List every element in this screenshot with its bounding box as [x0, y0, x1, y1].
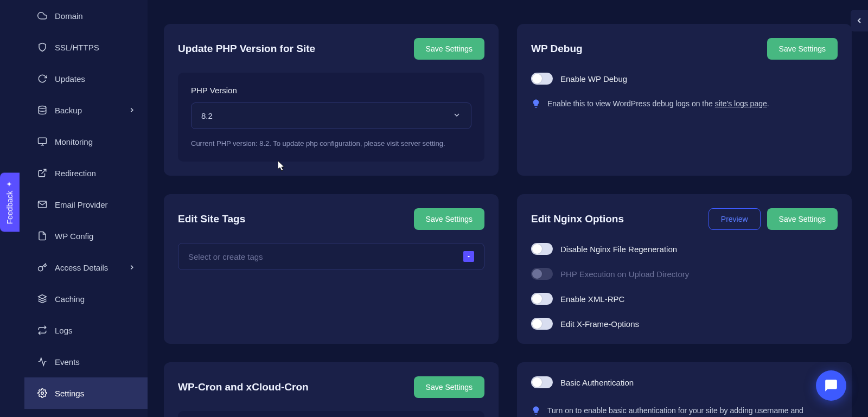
key-icon: [37, 262, 47, 272]
sidebar-item-settings[interactable]: Settings: [24, 377, 148, 409]
logs-page-link[interactable]: site's logs page: [715, 99, 767, 108]
wpdebug-toggle[interactable]: [531, 73, 553, 85]
database-icon: [37, 105, 47, 115]
toggle-label: Enable XML-RPC: [560, 294, 624, 304]
tags-input[interactable]: Select or create tags: [178, 243, 484, 270]
wp-debug-card: WP Debug Save Settings Enable WP Debug E…: [517, 24, 852, 176]
svg-rect-1: [39, 138, 47, 144]
sidebar-item-label: Monitoring: [55, 137, 93, 146]
chat-icon: [824, 378, 838, 393]
sidebar-item-label: SSL/HTTPS: [55, 43, 99, 52]
cloud-icon: [37, 11, 47, 21]
wpdebug-info-text: Enable this to view WordPress debug logs…: [547, 98, 769, 110]
wpcron-card: WP-Cron and xCloud-Cron Save Settings WP…: [164, 362, 499, 417]
save-php-button[interactable]: Save Settings: [414, 38, 484, 60]
save-tags-button[interactable]: Save Settings: [414, 208, 484, 230]
site-tags-card: Edit Site Tags Save Settings Select or c…: [164, 194, 499, 344]
toggle-label: PHP Execution on Upload Directory: [560, 270, 689, 279]
chat-button[interactable]: [816, 370, 846, 401]
svg-line-4: [42, 169, 46, 174]
sidebar-item-ssl[interactable]: SSL/HTTPS: [24, 31, 148, 63]
preview-nginx-button[interactable]: Preview: [709, 208, 761, 230]
sidebar-item-label: Events: [55, 357, 80, 367]
sidebar-item-label: Logs: [55, 326, 73, 335]
card-title: Edit Nginx Options: [531, 213, 624, 225]
php-version-value: 8.2: [201, 111, 213, 120]
feedback-tab[interactable]: Feedback: [0, 172, 20, 232]
save-nginx-button[interactable]: Save Settings: [767, 208, 838, 230]
chevron-right-icon: [127, 105, 137, 115]
sidebar-item-access[interactable]: Access Details: [24, 252, 148, 283]
chevron-left-icon: [855, 16, 864, 25]
sidebar-item-email[interactable]: Email Provider: [24, 189, 148, 220]
sidebar-item-monitoring[interactable]: Monitoring: [24, 126, 148, 157]
php-version-select[interactable]: 8.2: [191, 102, 471, 129]
caret-down-icon: [463, 251, 474, 262]
sidebar-item-label: Domain: [55, 11, 83, 21]
refresh-icon: [37, 74, 47, 84]
card-title: Edit Site Tags: [178, 213, 245, 225]
php-exec-toggle: [531, 268, 553, 280]
sidebar-item-label: Updates: [55, 74, 85, 84]
feedback-label: Feedback: [5, 191, 14, 224]
mail-icon: [37, 200, 47, 209]
lightbulb-icon: [531, 99, 541, 108]
wpdebug-toggle-label: Enable WP Debug: [560, 74, 627, 84]
sidebar-item-label: Redirection: [55, 169, 96, 178]
sidebar-item-redirection[interactable]: Redirection: [24, 157, 148, 189]
save-cron-button[interactable]: Save Settings: [414, 376, 484, 398]
toggle-label: Edit X-Frame-Options: [560, 319, 639, 329]
php-version-label: PHP Version: [191, 86, 471, 95]
sidebar-item-domain[interactable]: Domain: [24, 0, 148, 31]
basic-auth-toggle[interactable]: [531, 376, 553, 388]
file-icon: [37, 231, 47, 241]
gear-icon: [37, 388, 47, 398]
nginx-options-card: Edit Nginx Options Preview Save Settings…: [517, 194, 852, 344]
chevron-down-icon: [452, 111, 461, 121]
sidebar-item-backup[interactable]: Backup: [24, 94, 148, 126]
sidebar-item-label: Settings: [55, 389, 84, 398]
sidebar: Domain SSL/HTTPS Updates Backup Monitori…: [0, 0, 148, 417]
svg-point-7: [41, 392, 44, 395]
sparkle-icon: [6, 180, 14, 188]
tags-placeholder: Select or create tags: [188, 252, 263, 261]
sidebar-item-label: Email Provider: [55, 200, 108, 209]
sidebar-item-label: Backup: [55, 106, 82, 115]
sidebar-item-caching[interactable]: Caching: [24, 283, 148, 315]
card-title: WP-Cron and xCloud-Cron: [178, 381, 309, 393]
activity-icon: [37, 357, 47, 367]
basic-auth-card: Basic Authentication Turn on to enable b…: [517, 362, 852, 417]
toggle-label: Disable Nginx File Regeneration: [560, 245, 677, 254]
php-version-card: Update PHP Version for Site Save Setting…: [164, 24, 499, 176]
svg-marker-8: [468, 256, 470, 258]
sidebar-item-logs[interactable]: Logs: [24, 315, 148, 346]
nginx-regen-toggle[interactable]: [531, 243, 553, 255]
save-wpdebug-button[interactable]: Save Settings: [767, 38, 838, 60]
layers-icon: [37, 294, 47, 304]
monitor-icon: [37, 137, 47, 146]
chevron-right-icon: [127, 262, 137, 272]
svg-marker-6: [39, 295, 47, 299]
sidebar-item-label: Caching: [55, 294, 85, 304]
shield-icon: [37, 42, 47, 52]
sidebar-item-wpconfig[interactable]: WP Config: [24, 220, 148, 252]
sidebar-item-label: Access Details: [55, 263, 108, 272]
right-panel-toggle[interactable]: [851, 10, 868, 31]
card-title: WP Debug: [531, 43, 583, 55]
toggle-label: Basic Authentication: [560, 378, 634, 387]
main-content: Update PHP Version for Site Save Setting…: [148, 0, 868, 417]
basic-auth-info: Turn on to enable basic authentication f…: [547, 405, 838, 417]
php-helper-text: Current PHP version: 8.2. To update php …: [191, 139, 471, 149]
sidebar-item-events[interactable]: Events: [24, 346, 148, 377]
svg-point-0: [39, 106, 46, 109]
external-link-icon: [37, 168, 47, 178]
sidebar-item-label: WP Config: [55, 232, 93, 241]
swap-icon: [37, 325, 47, 335]
lightbulb-icon: [531, 406, 541, 415]
xmlrpc-toggle[interactable]: [531, 293, 553, 305]
sidebar-item-updates[interactable]: Updates: [24, 63, 148, 94]
card-title: Update PHP Version for Site: [178, 43, 315, 55]
xframe-toggle[interactable]: [531, 318, 553, 330]
